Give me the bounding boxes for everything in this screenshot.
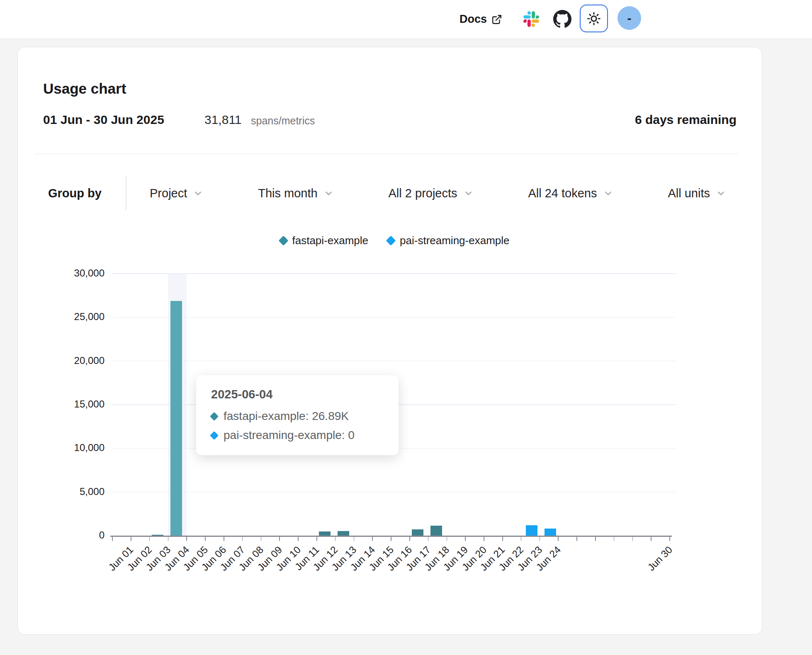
tooltip-date: 2025-06-04 — [211, 388, 384, 401]
chevron-down-icon — [463, 188, 474, 199]
theme-toggle-button[interactable] — [580, 5, 608, 32]
chart-legend: fastapi-example pai-streaming-example — [113, 233, 676, 247]
filter-row: Group by Project This month All 2 projec… — [18, 177, 762, 210]
series-marker-icon — [210, 431, 219, 439]
dropdown-label: All 24 tokens — [528, 187, 597, 200]
bar-pai-streaming-example-jun-24[interactable] — [545, 529, 556, 536]
chevron-down-icon — [716, 188, 726, 199]
user-avatar[interactable]: - — [618, 6, 641, 30]
series-marker-icon — [386, 235, 396, 245]
docs-link[interactable]: Docs — [459, 0, 502, 39]
series-marker-icon — [210, 412, 219, 420]
legend-item-pai-streaming-example[interactable]: pai-streaming-example — [387, 234, 509, 247]
dropdown-label: All 2 projects — [389, 187, 457, 200]
bar-fastapi-example-jun-12[interactable] — [319, 531, 331, 536]
date-range: 01 Jun - 30 Jun 2025 — [43, 113, 164, 127]
dropdown-time-range[interactable]: This month — [258, 187, 333, 200]
legend-label: fastapi-example — [292, 234, 369, 247]
dropdown-projects-filter[interactable]: All 2 projects — [389, 187, 474, 200]
tooltip-row: fastapi-example: 26.89K — [211, 410, 384, 423]
tooltip-row-text: pai-streaming-example: 0 — [224, 429, 355, 442]
tooltip-row-text: fastapi-example: 26.89K — [224, 410, 349, 423]
chevron-down-icon — [323, 188, 334, 199]
slack-icon[interactable] — [523, 11, 539, 27]
top-bar: Docs — [0, 0, 812, 39]
external-link-icon — [491, 14, 502, 25]
series-marker-icon — [278, 235, 288, 245]
chevron-down-icon — [193, 188, 203, 199]
dropdown-units-filter[interactable]: All units — [668, 187, 726, 200]
page-title: Usage chart — [43, 80, 126, 97]
bar-fastapi-example-jun-18[interactable] — [430, 526, 442, 536]
total-count: 31,811 — [204, 113, 242, 127]
vertical-divider — [126, 177, 126, 210]
dropdown-group-by-project[interactable]: Project — [150, 187, 203, 200]
usage-meta-row: 01 Jun - 30 Jun 2025 31,811 spans/metric… — [18, 113, 762, 129]
avatar-label: - — [627, 11, 632, 25]
chart-tooltip: 2025-06-04 fastapi-example: 26.89K pai-s… — [196, 375, 399, 455]
group-by-label: Group by — [48, 187, 102, 200]
dropdown-label: This month — [258, 187, 317, 200]
legend-item-fastapi-example[interactable]: fastapi-example — [280, 234, 369, 247]
legend-label: pai-streaming-example — [400, 234, 509, 247]
filter-dropdowns: Project This month All 2 projects All 24… — [150, 177, 726, 210]
dropdown-label: Project — [150, 187, 187, 200]
chevron-down-icon — [603, 188, 613, 199]
bar-fastapi-example-jun-04[interactable] — [170, 301, 182, 536]
github-icon[interactable] — [553, 10, 571, 28]
sun-icon — [586, 11, 601, 26]
days-remaining: 6 days remaining — [635, 113, 737, 127]
section-divider — [34, 154, 738, 154]
bar-fastapi-example-jun-17[interactable] — [412, 529, 423, 536]
tooltip-row: pai-streaming-example: 0 — [211, 429, 384, 442]
bar-fastapi-example-jun-13[interactable] — [338, 531, 349, 536]
usage-card: Usage chart 01 Jun - 30 Jun 2025 31,811 … — [17, 47, 762, 635]
dropdown-tokens-filter[interactable]: All 24 tokens — [528, 187, 613, 200]
bar-pai-streaming-example-jun-23[interactable] — [526, 525, 537, 536]
page: Docs — [0, 0, 812, 655]
total-unit: spans/metrics — [251, 115, 315, 127]
dropdown-label: All units — [668, 187, 710, 200]
docs-label: Docs — [459, 13, 487, 26]
bar-fastapi-example-jun-03[interactable] — [152, 535, 163, 536]
